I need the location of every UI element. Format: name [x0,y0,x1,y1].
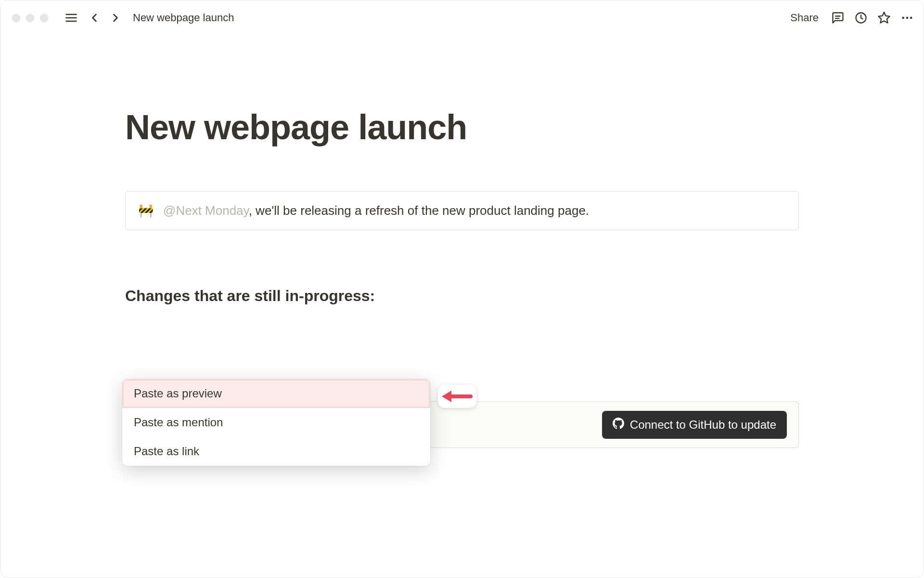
paste-as-mention-option[interactable]: Paste as mention [122,408,430,437]
updates-clock-icon[interactable] [852,9,870,26]
annotation-arrow-icon [438,385,476,410]
github-icon [613,418,624,432]
paste-as-preview-option[interactable]: Paste as preview [122,379,430,408]
section-heading[interactable]: Changes that are still in-progress: [125,287,799,305]
hamburger-menu-icon[interactable] [63,9,80,26]
paste-as-link-option[interactable]: Paste as link [122,437,430,466]
nav-back-icon[interactable] [86,9,103,26]
traffic-max-dot[interactable] [40,14,48,22]
svg-point-9 [910,17,912,19]
callout-emoji-icon[interactable]: 🚧 [138,203,154,218]
callout-text[interactable]: @Next Monday, we'll be releasing a refre… [163,203,589,218]
app-window: New webpage launch Share New webpage lau… [0,0,924,578]
main-area: New webpage launch 🚧 @Next Monday, we'll… [0,35,924,578]
callout-block[interactable]: 🚧 @Next Monday, we'll be releasing a ref… [125,191,799,230]
page-content: New webpage launch 🚧 @Next Monday, we'll… [125,107,799,578]
paste-options-menu: Paste as preview Paste as mention Paste … [122,379,430,466]
page-title[interactable]: New webpage launch [125,107,799,147]
favorite-star-icon[interactable] [875,9,893,26]
window-traffic-lights [8,14,48,22]
svg-marker-6 [878,12,889,23]
share-button[interactable]: Share [785,12,823,24]
connect-github-button[interactable]: Connect to GitHub to update [602,411,787,439]
more-menu-icon[interactable] [898,9,916,26]
comments-icon[interactable] [829,9,847,26]
svg-point-8 [906,17,909,19]
topbar: New webpage launch Share [0,0,924,35]
nav-forward-icon[interactable] [107,9,124,26]
svg-point-7 [902,17,905,19]
date-mention[interactable]: @Next Monday [163,203,249,218]
traffic-min-dot[interactable] [26,14,34,22]
breadcrumb[interactable]: New webpage launch [133,12,234,24]
traffic-close-dot[interactable] [12,14,20,22]
connect-github-label: Connect to GitHub to update [630,418,776,432]
callout-body[interactable]: , we'll be releasing a refresh of the ne… [249,203,589,218]
